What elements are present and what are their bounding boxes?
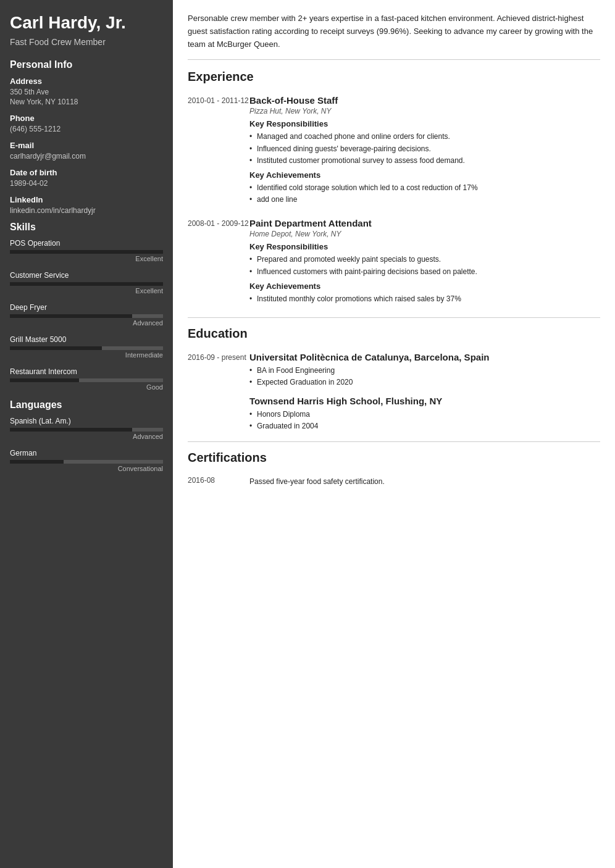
skill-bar-fill [10,250,163,254]
skill-level: Excellent [10,287,163,294]
phone-value: (646) 555-1212 [10,124,163,135]
education-school2: Townsend Harris High School, Flushing, N… [249,396,600,406]
sidebar: Carl Hardy, Jr. Fast Food Crew Member Pe… [0,0,173,868]
skill-item: Restaurant Intercom Good [10,367,163,391]
email-label: E-mail [10,141,163,150]
education2-item: Honors Diploma [249,409,600,420]
experience-date: 2010-01 - 2011-12 [188,95,249,206]
responsibilities-label: Key Responsibilities [249,119,600,128]
achievement-item: add one line [249,194,600,206]
responsibility-item: Prepared and promoted weekly paint speci… [249,254,600,265]
certification-text: Passed five-year food safety certificati… [249,476,385,488]
education-items: BA in Food EngineeringExpected Graduatio… [249,365,600,388]
certification-date: 2016-08 [188,476,249,488]
education-school: Universitat Politècnica de Catalunya, Ba… [249,352,600,362]
language-name: German [10,449,163,457]
skill-bar-bg [10,314,163,318]
languages-heading: Languages [10,399,163,411]
responsibilities-label: Key Responsibilities [249,242,600,251]
skill-bar-bg [10,282,163,286]
skill-name: Grill Master 5000 [10,335,163,344]
language-level: Conversational [10,465,163,472]
skills-heading: Skills [10,222,163,233]
language-bar-bg [10,428,163,432]
language-item: Spanish (Lat. Am.) Advanced [10,417,163,440]
address-line1: 350 5th Ave [10,87,163,98]
skill-item: POS Operation Excellent [10,239,163,262]
skill-bar-bg [10,378,163,382]
education-block: 2016-09 - present Universitat Politècnic… [188,352,600,433]
responsibilities-list: Prepared and promoted weekly paint speci… [249,254,600,277]
education-item: BA in Food Engineering [249,365,600,377]
main-content: Personable crew member with 2+ years exp… [173,0,615,868]
experience-content: Paint Department Attendant Home Depot, N… [249,218,600,305]
education2-item: Graduated in 2004 [249,420,600,432]
skill-level: Excellent [10,255,163,262]
responsibility-item: Instituted customer promotional survey t… [249,155,600,167]
skill-item: Deep Fryer Advanced [10,303,163,327]
experience-title: Paint Department Attendant [249,218,600,228]
skill-level: Intermediate [10,351,163,359]
skill-bar-fill [10,314,132,318]
education-item: Expected Graduation in 2020 [249,377,600,388]
certification-block: 2016-08 Passed five-year food safety cer… [188,476,600,488]
experience-heading: Experience [188,70,600,86]
responsibility-item: Influenced dining guests' beverage-pairi… [249,143,600,155]
skill-item: Grill Master 5000 Intermediate [10,335,163,359]
skill-item: Customer Service Excellent [10,271,163,294]
education-divider [188,317,600,318]
dob-label: Date of birth [10,168,163,177]
language-bar-bg [10,460,163,464]
responsibilities-list: Managed and coached phone and online ord… [249,131,600,167]
language-item: German Conversational [10,449,163,472]
achievement-item: Identified cold storage solution which l… [249,182,600,194]
skill-bar-bg [10,346,163,350]
skill-bar-fill [10,282,163,286]
experience-list: 2010-01 - 2011-12 Back-of-House Staff Pi… [188,95,600,305]
experience-title: Back-of-House Staff [249,95,600,106]
achievement-item: Instituted monthly color promotions whic… [249,293,600,305]
certifications-divider [188,441,600,442]
summary-text: Personable crew member with 2+ years exp… [188,12,600,60]
language-bar-fill [10,428,132,432]
experience-block: 2008-01 - 2009-12 Paint Department Atten… [188,218,600,305]
achievements-list: Instituted monthly color promotions whic… [249,293,600,305]
skill-bar-fill [10,346,102,350]
linkedin-label: LinkedIn [10,195,163,204]
responsibility-item: Influenced customers with paint-pairing … [249,266,600,278]
address-label: Address [10,77,163,86]
responsibility-item: Managed and coached phone and online ord… [249,131,600,143]
experience-company: Pizza Hut, New York, NY [249,107,600,115]
email-value: carlhardyjr@gmail.com [10,151,163,162]
education-heading: Education [188,327,600,343]
experience-date: 2008-01 - 2009-12 [188,218,249,305]
skill-name: Customer Service [10,271,163,280]
skill-level: Good [10,383,163,391]
phone-label: Phone [10,114,163,123]
candidate-title: Fast Food Crew Member [10,37,163,47]
personal-info-heading: Personal Info [10,59,163,70]
education2-items: Honors DiplomaGraduated in 2004 [249,409,600,432]
experience-block: 2010-01 - 2011-12 Back-of-House Staff Pi… [188,95,600,206]
skill-bar-fill [10,378,79,382]
experience-company: Home Depot, New York, NY [249,230,600,238]
skill-name: POS Operation [10,239,163,248]
candidate-name: Carl Hardy, Jr. [10,12,163,33]
achievements-label: Key Achievements [249,282,600,291]
certifications-list: 2016-08 Passed five-year food safety cer… [188,476,600,488]
languages-list: Spanish (Lat. Am.) Advanced German Conve… [10,417,163,472]
skills-list: POS Operation Excellent Customer Service… [10,239,163,391]
linkedin-value: linkedin.com/in/carlhardyjr [10,206,163,216]
education-content: Universitat Politècnica de Catalunya, Ba… [249,352,600,433]
skill-level: Advanced [10,319,163,327]
language-level: Advanced [10,433,163,440]
dob-value: 1989-04-02 [10,178,163,189]
education-date: 2016-09 - present [188,352,249,433]
address-line2: New York, NY 10118 [10,97,163,107]
language-bar-fill [10,460,64,464]
certifications-heading: Certifications [188,451,600,467]
achievements-label: Key Achievements [249,170,600,180]
experience-content: Back-of-House Staff Pizza Hut, New York,… [249,95,600,206]
skill-name: Restaurant Intercom [10,367,163,376]
achievements-list: Identified cold storage solution which l… [249,182,600,206]
